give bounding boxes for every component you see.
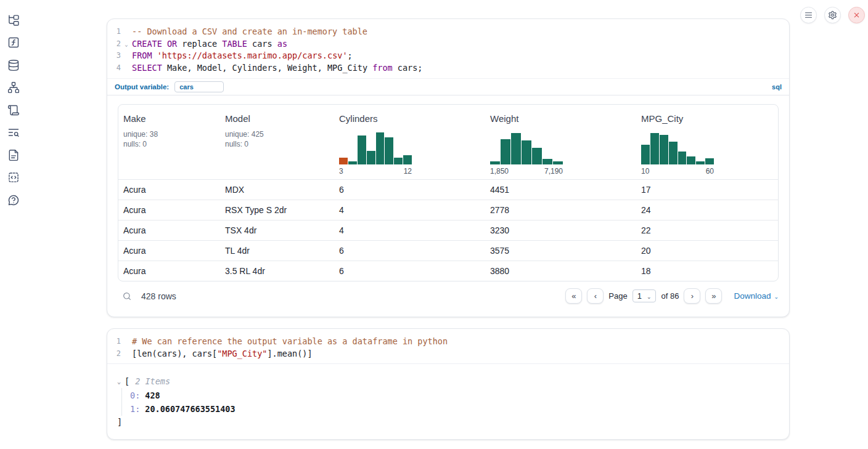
code-token: cars [247,39,277,49]
table-row[interactable]: Acura3.5 RL 4dr6388018 [118,261,778,281]
table-row[interactable]: AcuraTL 4dr6357520 [118,240,778,261]
histogram-bar[interactable] [678,152,687,164]
histogram-bar[interactable] [553,161,563,164]
code-line[interactable]: 2[len(cars), cars["MPG_City"].mean()] [107,347,789,360]
histogram-bar[interactable] [542,159,552,164]
scroll-icon[interactable] [7,103,20,116]
histogram-bar[interactable] [650,133,659,164]
menu-button[interactable] [800,7,817,23]
histogram-bar[interactable] [687,156,695,164]
code-line[interactable]: 3FROM 'https://datasets.marimo.app/cars.… [107,49,789,62]
last-page-button[interactable]: » [705,288,722,304]
list-item-index: 1: [130,404,140,414]
histogram-bar[interactable] [705,158,714,164]
histogram-bar[interactable] [376,132,385,164]
open-bracket: [ [125,376,129,386]
table-cell: 2778 [485,205,636,215]
table-row[interactable]: AcuraMDX6445117 [118,179,778,200]
prev-page-button[interactable]: ‹ [587,288,604,304]
table-cell: TL 4dr [220,246,334,256]
histogram-bar[interactable] [532,148,542,164]
table-cell: 4 [334,225,485,235]
histogram-bar[interactable] [403,155,412,164]
python-code-editor[interactable]: 1# We can reference the output variable … [107,329,789,363]
column-header-weight[interactable]: Weight 1,850 7,190 [485,113,636,176]
settings-button[interactable] [824,7,841,23]
code-line[interactable]: 1-- Download a CSV and create an in-memo… [107,25,789,38]
column-histogram[interactable]: 1,850 7,190 [490,132,563,176]
table-cell: 3880 [485,266,636,276]
column-histogram[interactable]: 10 60 [641,132,714,176]
histogram-min-label: 10 [641,167,649,176]
column-title: Weight [490,113,631,124]
shutdown-button[interactable] [848,7,865,23]
topbar-controls [800,7,865,23]
function-square-icon[interactable] [7,36,20,49]
histogram-bar[interactable] [358,136,366,164]
histogram-bar[interactable] [348,161,357,164]
notebook-cell-python: 1# We can reference the output variable … [107,328,790,440]
code-token: "MPG_City" [217,349,267,358]
notebook-cell-sql: 1-- Download a CSV and create an in-memo… [107,18,790,317]
search-button[interactable] [122,291,132,301]
histogram-bar[interactable] [501,139,510,164]
table-row[interactable]: AcuraRSX Type S 2dr4277824 [118,200,778,220]
search-icon [122,291,132,301]
table-cell: Acura [118,185,220,195]
list-item-value: 428 [145,390,160,400]
sql-output-area: Make unique: 38 nulls: 0 Model unique: 4… [107,95,789,317]
fold-gutter-spacer [121,55,132,57]
line-number: 4 [107,63,121,72]
code-token: as [277,39,287,49]
collapse-chevron-icon[interactable]: ⌄ [117,378,125,385]
text-search-icon[interactable] [7,126,20,139]
fold-chevron-icon[interactable]: ⌄ [121,39,132,47]
code-token: OR [167,39,177,49]
list-item: 1: 20.060747663551403 [130,402,779,416]
histogram-bar[interactable] [669,142,678,164]
language-badge: sql [772,83,782,91]
sql-code-editor[interactable]: 1-- Download a CSV and create an in-memo… [107,19,789,78]
next-page-button[interactable]: › [684,288,700,304]
code-line[interactable]: 4SELECT Make, Model, Cylinders, Weight, … [107,62,789,74]
page-select[interactable]: 1 ⌄ [633,289,657,302]
histogram-bar[interactable] [522,140,531,164]
chevron-down-icon: ⌄ [647,293,652,300]
histogram-bar[interactable] [696,161,705,164]
document-icon[interactable] [7,148,20,161]
line-number: 2 [107,39,121,48]
output-variable-input[interactable] [174,81,224,92]
column-header-cylinders[interactable]: Cylinders 3 12 [334,113,485,176]
column-header-model[interactable]: Model unique: 425 nulls: 0 [220,113,334,176]
column-histogram[interactable]: 3 12 [339,132,412,176]
column-header-make[interactable]: Make unique: 38 nulls: 0 [118,113,220,176]
table-row[interactable]: AcuraTSX 4dr4323022 [118,220,778,240]
histogram-bar[interactable] [339,158,348,164]
histogram-bar[interactable] [660,135,668,164]
code-token: TABLE [222,39,247,49]
histogram-bar[interactable] [394,158,403,164]
code-line[interactable]: 2⌄CREATE OR replace TABLE cars as [107,38,789,50]
histogram-bar[interactable] [511,133,521,164]
fold-gutter-spacer [121,30,132,32]
histogram-bar[interactable] [641,145,650,164]
download-button[interactable]: Download ⌄ [734,291,779,301]
line-number: 1 [107,27,121,36]
file-tree-icon[interactable] [7,14,20,26]
data-table: Make unique: 38 nulls: 0 Model unique: 4… [118,104,779,281]
code-line[interactable]: 1# We can reference the output variable … [107,335,789,347]
snippets-icon[interactable] [7,171,20,184]
pagination: « ‹ Page 1 ⌄ of 86 › » Download ⌄ [565,288,779,304]
code-token: Make, Model, Cylinders, Weight, MPG_City [162,63,372,73]
histogram-bar[interactable] [490,161,500,164]
histogram-bar[interactable] [367,151,375,164]
dependency-graph-icon[interactable] [7,81,20,94]
chevron-down-icon: ⌄ [774,292,779,300]
table-cell: 4 [334,205,485,215]
column-header-mpg-city[interactable]: MPG_City 10 60 [636,113,778,176]
histogram-bars [490,132,563,164]
histogram-bar[interactable] [385,137,393,164]
first-page-button[interactable]: « [565,288,582,304]
database-icon[interactable] [7,59,20,71]
help-icon[interactable] [7,193,20,206]
